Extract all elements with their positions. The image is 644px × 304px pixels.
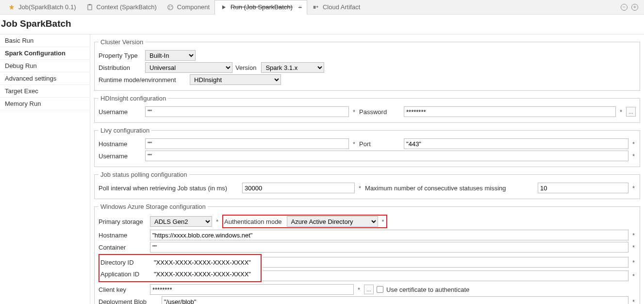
- required-marker: *: [631, 232, 636, 239]
- livy-port-label: Port: [359, 140, 401, 148]
- required-marker: *: [631, 298, 636, 304]
- distribution-label: Distribution: [99, 64, 142, 71]
- property-type-label: Property Type: [99, 52, 142, 59]
- sidebar-item-target-exec[interactable]: Target Exec: [0, 85, 90, 98]
- required-marker: *: [631, 244, 636, 251]
- property-type-select[interactable]: Built-In: [145, 50, 196, 61]
- sidebar-item-basic-run[interactable]: Basic Run: [0, 34, 90, 47]
- max-statuses-label: Maximum number of consecutive statuses m…: [365, 185, 535, 192]
- client-key-more-button[interactable]: …: [364, 285, 374, 294]
- minimize-icon[interactable]: −: [621, 4, 627, 11]
- tab-label: Run (Job SparkBatch): [231, 3, 293, 11]
- distribution-select[interactable]: Universal: [145, 62, 232, 73]
- auth-mode-highlight: Authentication mode Azure Active Directo…: [222, 215, 387, 228]
- tab-run[interactable]: Run (Job SparkBatch) ×: [215, 0, 307, 15]
- cluster-version-group: Cluster Version Property Type Built-In D…: [94, 38, 640, 91]
- hdi-username-label: Username: [99, 108, 142, 116]
- editor-tabbar: Job(SparkBatch 0.1) Context (SparkBatch)…: [0, 0, 644, 15]
- sidebar-item-spark-config[interactable]: Spark Configuration: [0, 47, 90, 60]
- required-marker: *: [215, 218, 219, 225]
- hdi-password-input[interactable]: [404, 106, 616, 117]
- directory-id-input[interactable]: [263, 257, 628, 268]
- clipboard-icon: [86, 3, 94, 11]
- livy-port-input[interactable]: [404, 138, 628, 149]
- version-label: Version: [235, 64, 258, 71]
- runtime-select[interactable]: HDInsight: [190, 74, 281, 85]
- required-marker: *: [381, 218, 385, 225]
- required-marker: *: [631, 259, 636, 266]
- svg-rect-6: [314, 6, 316, 9]
- auth-mode-label: Authentication mode: [224, 218, 284, 225]
- storage-hostname-label: Hostname: [99, 232, 147, 239]
- container-input[interactable]: [150, 242, 628, 253]
- svg-point-5: [169, 7, 170, 8]
- required-marker: *: [631, 272, 636, 280]
- application-id-input[interactable]: [263, 270, 628, 281]
- deploy-blob-input[interactable]: [162, 296, 628, 304]
- tab-context[interactable]: Context (SparkBatch): [81, 0, 162, 15]
- close-icon[interactable]: ×: [298, 4, 302, 11]
- deploy-blob-label: Deployment Blob: [99, 298, 159, 304]
- client-key-input[interactable]: [150, 284, 354, 295]
- directory-id-label: Directory ID: [100, 259, 149, 266]
- tab-component[interactable]: Component: [162, 0, 215, 15]
- client-key-label: Client key: [99, 286, 147, 293]
- cloud-icon: [312, 3, 320, 11]
- sidebar-item-memory-run[interactable]: Memory Run: [0, 98, 90, 110]
- tab-label: Cloud Artifact: [323, 3, 360, 11]
- svg-point-3: [169, 6, 170, 7]
- palette-icon: [166, 3, 174, 11]
- hdi-password-label: Password: [359, 108, 401, 116]
- use-cert-label: Use certificate to authenticate: [386, 286, 471, 293]
- svg-rect-0: [87, 4, 91, 10]
- tab-job[interactable]: Job(SparkBatch 0.1): [3, 0, 81, 15]
- play-icon: [220, 3, 228, 11]
- sidebar-item-debug-run[interactable]: Debug Run: [0, 60, 90, 72]
- svg-rect-1: [88, 4, 91, 5]
- use-cert-checkbox[interactable]: [377, 286, 383, 293]
- directory-id-input-left[interactable]: [152, 257, 257, 268]
- container-label: Container: [99, 244, 147, 251]
- tab-label: Component: [177, 3, 210, 11]
- auth-mode-select[interactable]: Azure Active Directory: [287, 216, 378, 227]
- primary-storage-label: Primary storage: [99, 218, 147, 225]
- livy-username-label: Username: [99, 152, 142, 160]
- maximize-icon[interactable]: +: [631, 4, 638, 11]
- config-content: Cluster Version Property Type Built-In D…: [90, 34, 644, 304]
- star-icon: [8, 3, 16, 11]
- tab-label: Job(SparkBatch 0.1): [18, 3, 76, 11]
- required-marker: *: [352, 140, 356, 148]
- poll-interval-input[interactable]: [242, 183, 355, 193]
- required-marker: *: [357, 286, 361, 293]
- max-statuses-input[interactable]: [538, 183, 628, 193]
- storage-hostname-input[interactable]: [150, 230, 628, 240]
- required-marker: *: [352, 108, 356, 116]
- svg-point-2: [168, 4, 173, 10]
- group-legend: Job status polling configuration: [99, 171, 189, 178]
- livy-hostname-input[interactable]: [145, 138, 349, 149]
- group-legend: HDInsight configuration: [99, 95, 168, 102]
- hdi-username-input[interactable]: [145, 106, 349, 117]
- group-legend: Livy configuration: [99, 127, 151, 134]
- required-marker: *: [619, 108, 623, 116]
- tab-cloud-artifact[interactable]: Cloud Artifact: [307, 0, 365, 15]
- svg-point-4: [171, 6, 172, 7]
- password-more-button[interactable]: …: [626, 107, 636, 117]
- group-legend: Cluster Version: [99, 38, 145, 46]
- primary-storage-select[interactable]: ADLS Gen2: [150, 216, 212, 227]
- livy-username-input[interactable]: [145, 151, 628, 161]
- livy-hostname-label: Hostname: [99, 140, 142, 148]
- config-sidebar: Basic Run Spark Configuration Debug Run …: [0, 34, 90, 304]
- sidebar-item-advanced[interactable]: Advanced settings: [0, 72, 90, 85]
- livy-group: Livy configuration Hostname * Port * Use…: [94, 127, 640, 167]
- application-id-input-left[interactable]: [152, 269, 257, 279]
- required-marker: *: [631, 152, 636, 160]
- hdinsight-group: HDInsight configuration Username * Passw…: [94, 95, 640, 123]
- version-select[interactable]: Spark 3.1.x: [261, 62, 324, 73]
- group-legend: Windows Azure Storage configuration: [99, 203, 208, 210]
- required-marker: *: [358, 185, 362, 192]
- polling-group: Job status polling configuration Poll in…: [94, 171, 640, 199]
- application-id-label: Application ID: [100, 270, 149, 278]
- required-marker: *: [631, 185, 636, 192]
- required-marker: *: [631, 140, 636, 148]
